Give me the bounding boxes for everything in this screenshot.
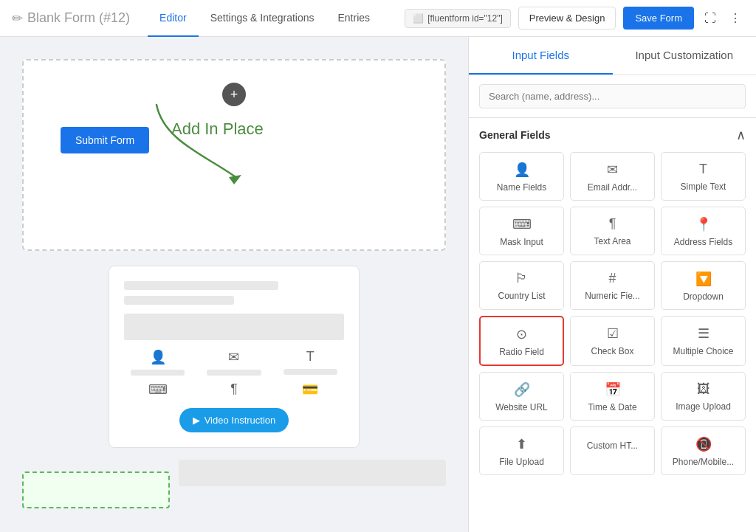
field-item-country[interactable]: 🏳 Country List	[479, 261, 564, 310]
icon-bar-3	[284, 369, 337, 375]
form-canvas: + Add In Place Submit Form	[22, 59, 446, 251]
tab-entries[interactable]: Entries	[326, 0, 382, 37]
nav-tabs: Editor Settings & Integrations Entries	[148, 0, 382, 37]
field-label-file_upload: File Upload	[499, 457, 544, 467]
top-nav: ✏ Blank Form (#12) Editor Settings & Int…	[0, 0, 756, 37]
play-icon: ▶	[193, 415, 200, 426]
field-label-text_area: Text Area	[594, 236, 630, 246]
field-label-checkbox: Check Box	[591, 346, 633, 356]
field-item-custom_html[interactable]: Custom HT...	[570, 426, 655, 475]
field-item-image_upload[interactable]: 🖼 Image Upload	[661, 372, 746, 421]
nav-right: ⬜ [fluentform id="12"] Preview & Design …	[405, 7, 744, 30]
field-item-numeric[interactable]: # Numeric Fie...	[570, 261, 655, 310]
field-item-phone[interactable]: 📵 Phone/Mobile...	[661, 426, 746, 475]
tab-input-fields[interactable]: Input Fields	[469, 37, 613, 75]
tab-input-customization[interactable]: Input Customization	[613, 37, 757, 75]
field-label-dropdown: Dropdown	[683, 291, 724, 302]
text-icon: T	[306, 349, 315, 365]
field-icon-mask_input: ⌨	[512, 216, 532, 232]
field-item-multiple_choice[interactable]: ☰ Multiple Choice	[661, 316, 746, 366]
video-btn-label: Video Instruction	[205, 415, 276, 426]
video-instruction-button[interactable]: ▶ Video Instruction	[179, 408, 289, 432]
user-icon: 👤	[150, 349, 166, 365]
preview-icon-mask: ⌨	[124, 381, 191, 398]
field-item-email[interactable]: ✉ Email Addr...	[570, 152, 655, 201]
edit-icon: ✏	[12, 10, 23, 27]
field-item-time_date[interactable]: 📅 Time & Date	[570, 372, 655, 421]
tab-editor[interactable]: Editor	[148, 0, 199, 37]
field-label-country: Country List	[498, 291, 545, 301]
field-icon-multiple_choice: ☰	[698, 325, 709, 342]
preview-icon-email: ✉	[200, 349, 267, 376]
field-item-address[interactable]: 📍 Address Fields	[661, 207, 746, 255]
field-item-radio[interactable]: ⊙ Radio Field	[479, 316, 564, 366]
field-label-simple_text: Simple Text	[681, 182, 726, 192]
field-label-image_upload: Image Upload	[676, 401, 731, 412]
preview-icon-text: T	[277, 349, 344, 376]
preview-button[interactable]: Preview & Design	[518, 7, 616, 30]
preview-icon-card: 💳	[277, 381, 344, 398]
field-item-text_area[interactable]: ¶ Text Area	[570, 207, 655, 255]
field-icon-website: 🔗	[514, 381, 530, 398]
field-label-multiple_choice: Multiple Choice	[673, 346, 733, 356]
section-header: General Fields ∧	[479, 127, 746, 143]
icon-bar-1	[131, 370, 185, 376]
save-form-button[interactable]: Save Form	[623, 7, 694, 30]
field-icon-address: 📍	[695, 216, 712, 232]
field-label-numeric: Numeric Fie...	[585, 291, 640, 301]
form-preview-card: 👤 ✉ T ⌨ ¶ �	[109, 266, 360, 448]
nav-brand: ✏ Blank Form (#12)	[12, 10, 130, 27]
card-icon: 💳	[302, 381, 318, 398]
field-icon-country: 🏳	[515, 271, 529, 286]
preview-icon-name: 👤	[124, 349, 191, 376]
preview-bar-2	[124, 296, 234, 305]
submit-form-button[interactable]: Submit Form	[61, 127, 149, 153]
icon-bar-2	[207, 370, 261, 376]
fullscreen-button[interactable]: ⛶	[701, 9, 719, 28]
field-icon-file_upload: ⬆	[516, 436, 527, 452]
collapse-button[interactable]: ∧	[736, 127, 746, 143]
field-item-dropdown[interactable]: 🔽 Dropdown	[661, 261, 746, 310]
field-icon-simple_text: T	[699, 162, 707, 177]
brand-label: Blank Form (#12)	[27, 10, 130, 26]
field-label-name: Name Fields	[497, 182, 546, 193]
right-panel: Input Fields Input Customization General…	[468, 37, 756, 532]
field-item-name[interactable]: 👤 Name Fields	[479, 152, 564, 201]
field-label-phone: Phone/Mobile...	[673, 457, 734, 467]
search-input[interactable]	[479, 84, 746, 108]
field-icon-radio: ⊙	[516, 326, 527, 342]
field-label-custom_html: Custom HT...	[587, 441, 638, 451]
field-item-mask_input[interactable]: ⌨ Mask Input	[479, 207, 564, 255]
preview-bar-1	[124, 281, 278, 290]
arrow-illustration	[149, 97, 252, 186]
field-icon-phone: 📵	[695, 436, 712, 452]
field-icon-name: 👤	[514, 162, 530, 178]
section-title: General Fields	[479, 129, 550, 141]
field-icon-time_date: 📅	[605, 381, 621, 398]
field-item-website[interactable]: 🔗 Website URL	[479, 372, 564, 421]
field-item-file_upload[interactable]: ⬆ File Upload	[479, 426, 564, 475]
shortcode-icon: ⬜	[413, 13, 424, 24]
main-layout: + Add In Place Submit Form 👤	[0, 37, 756, 532]
bottom-row	[22, 460, 446, 508]
field-label-address: Address Fields	[674, 237, 732, 247]
preview-icons-row-2: ⌨ ¶ 💳	[124, 381, 344, 398]
shortcode-box[interactable]: ⬜ [fluentform id="12"]	[405, 9, 511, 28]
preview-icon-para: ¶	[200, 381, 267, 398]
field-item-simple_text[interactable]: T Simple Text	[661, 152, 746, 201]
field-label-email: Email Addr...	[588, 182, 637, 193]
preview-icons-row: 👤 ✉ T	[124, 349, 344, 376]
field-icon-numeric: #	[608, 271, 616, 286]
field-icon-email: ✉	[607, 162, 618, 178]
fields-grid: 👤 Name Fields ✉ Email Addr... T Simple T…	[479, 152, 746, 475]
field-item-checkbox[interactable]: ☑ Check Box	[570, 316, 655, 366]
field-icon-checkbox: ☑	[607, 325, 619, 342]
field-label-mask_input: Mask Input	[500, 237, 543, 247]
tab-settings[interactable]: Settings & Integrations	[199, 0, 326, 37]
editor-area: + Add In Place Submit Form 👤	[0, 37, 468, 532]
panel-section-general: General Fields ∧ 👤 Name Fields ✉ Email A…	[469, 118, 756, 484]
email-icon: ✉	[228, 349, 239, 365]
drop-zone[interactable]	[22, 471, 170, 508]
field-label-radio: Radio Field	[499, 347, 544, 357]
more-options-button[interactable]: ⋮	[726, 8, 744, 28]
